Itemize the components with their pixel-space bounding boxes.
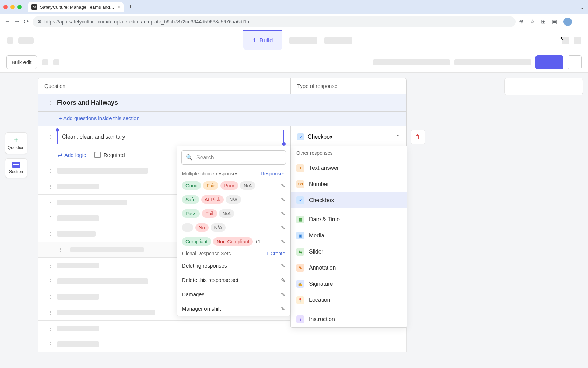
response-type-signature[interactable]: ✍Signature: [291, 276, 407, 292]
primary-action-button[interactable]: [536, 55, 564, 69]
drag-handle-icon[interactable]: ⋮⋮: [58, 247, 65, 252]
browser-tab[interactable]: sc SafetyCulture: Manage Teams and… ×: [28, 2, 124, 12]
grs-item[interactable]: Manager on shift✎: [177, 301, 290, 316]
media-icon: ▣: [296, 232, 304, 239]
section-title[interactable]: Floors and Hallways: [57, 99, 118, 106]
url-input[interactable]: ⚙ https://app.safetyculture.com/template…: [33, 16, 516, 27]
profile-avatar[interactable]: [564, 18, 572, 26]
bulk-edit-button[interactable]: Bulk edit: [6, 55, 37, 69]
response-type-selector[interactable]: ✓ Checkbox ⌃: [291, 126, 406, 148]
site-settings-icon[interactable]: ⚙: [37, 19, 42, 24]
edit-icon[interactable]: ✎: [281, 239, 285, 244]
toolbar-placeholder: [454, 59, 531, 65]
zoom-icon[interactable]: ⊕: [519, 18, 524, 25]
grs-item[interactable]: Deleting responses✎: [177, 258, 290, 273]
required-toggle[interactable]: Required: [94, 152, 125, 158]
search-input[interactable]: 🔍 Search: [181, 150, 286, 165]
drag-handle-icon[interactable]: ⋮⋮: [44, 231, 52, 237]
tabs-dropdown-icon[interactable]: ⌄: [580, 4, 584, 11]
drag-handle-icon[interactable]: ⋮⋮: [44, 294, 52, 300]
response-type-number[interactable]: 123Number: [291, 176, 407, 192]
edit-icon[interactable]: ✎: [281, 197, 285, 202]
text-icon: T: [296, 164, 304, 172]
question-row-active: ⋮⋮ Clean, clear, and sanitary ✓ Checkbox…: [38, 126, 407, 148]
response-type-label: Number: [309, 181, 329, 187]
forward-button[interactable]: →: [14, 18, 20, 25]
drag-handle-icon[interactable]: ⋮⋮: [44, 100, 52, 106]
text-placeholder: [57, 215, 99, 221]
response-pill: Fail: [202, 209, 217, 218]
response-pill: Safe: [182, 195, 199, 204]
close-window-icon[interactable]: [4, 5, 8, 9]
add-responses-link[interactable]: + Responses: [257, 171, 285, 176]
add-section-tool[interactable]: Section: [5, 158, 27, 178]
tab-placeholder: [324, 37, 352, 44]
add-logic-button[interactable]: ⇄ Add logic: [58, 152, 86, 158]
edit-icon[interactable]: ✎: [281, 277, 285, 283]
response-type-label: Instruction: [309, 316, 335, 322]
response-pill: Compliant: [182, 237, 211, 246]
edit-icon[interactable]: ✎: [281, 263, 285, 269]
section-row[interactable]: ⋮⋮ Floors and Hallways: [38, 94, 407, 112]
response-type-text[interactable]: TText answer: [291, 160, 407, 176]
response-type-media[interactable]: ▣Media: [291, 228, 407, 244]
text-placeholder: [57, 278, 148, 284]
drag-handle-icon[interactable]: ⋮⋮: [44, 184, 52, 189]
delete-question-button[interactable]: 🗑: [411, 130, 425, 144]
drag-handle-icon[interactable]: ⋮⋮: [44, 200, 52, 205]
edit-icon[interactable]: ✎: [281, 306, 285, 312]
grs-item[interactable]: Delete this response set✎: [177, 273, 290, 287]
edit-icon[interactable]: ✎: [281, 211, 285, 216]
response-type-annotation[interactable]: ✎Annotation: [291, 260, 407, 276]
window-controls[interactable]: [4, 5, 22, 9]
drag-handle-icon[interactable]: ⋮⋮: [44, 263, 52, 268]
favicon-icon: sc: [31, 4, 37, 10]
mc-response-option[interactable]: PassFailN/A✎: [177, 207, 290, 221]
drag-handle-icon[interactable]: ⋮⋮: [44, 168, 52, 174]
response-type-checkbox[interactable]: ✓Checkbox: [291, 192, 407, 208]
response-type-instruction[interactable]: iInstruction: [291, 311, 407, 327]
grs-item[interactable]: Damages✎: [177, 287, 290, 301]
reload-button[interactable]: ⟳: [24, 18, 29, 26]
drag-handle-icon[interactable]: ⋮⋮: [44, 278, 52, 284]
add-question-tool[interactable]: + Question: [5, 132, 27, 154]
edit-icon[interactable]: ✎: [281, 183, 285, 188]
mc-response-option[interactable]: GoodFairPoorN/A✎: [177, 179, 290, 193]
drag-handle-icon[interactable]: ⋮⋮: [44, 341, 52, 347]
response-type-slider[interactable]: ⇆Slider: [291, 244, 407, 260]
text-placeholder: [70, 247, 144, 252]
response-pill: [182, 223, 193, 232]
back-button[interactable]: ←: [4, 18, 10, 25]
extensions-icon[interactable]: ⊞: [541, 18, 546, 25]
secondary-action-button[interactable]: [568, 55, 582, 69]
create-grs-link[interactable]: + Create: [266, 251, 285, 256]
response-pill: N/A: [226, 195, 241, 204]
maximize-window-icon[interactable]: [18, 5, 22, 9]
drag-handle-icon[interactable]: ⋮⋮: [44, 310, 52, 315]
drag-handle-icon[interactable]: ⋮⋮: [44, 326, 52, 331]
response-pill: Fair: [203, 181, 218, 190]
sidepanel-icon[interactable]: ▣: [552, 18, 557, 25]
response-pill: N/A: [219, 209, 234, 218]
add-questions-link[interactable]: + Add questions inside this section: [38, 112, 407, 126]
bookmark-icon[interactable]: ☆: [530, 18, 535, 25]
response-type-date[interactable]: ▦Date & Time: [291, 211, 407, 228]
close-tab-icon[interactable]: ×: [117, 4, 120, 10]
response-type-location[interactable]: 📍Location: [291, 292, 407, 308]
response-pill: Poor: [220, 181, 238, 190]
instruction-icon: i: [296, 315, 304, 323]
drag-handle-icon[interactable]: ⋮⋮: [44, 134, 52, 140]
question-input[interactable]: Clean, clear, and sanitary: [57, 130, 284, 144]
mc-response-option[interactable]: CompliantNon-Compliant+1✎: [177, 235, 290, 249]
new-tab-button[interactable]: +: [128, 4, 132, 11]
tab-build[interactable]: 1. Build: [243, 30, 283, 50]
toolbar: Bulk edit: [0, 52, 588, 73]
edit-icon[interactable]: ✎: [281, 292, 285, 297]
minimize-window-icon[interactable]: [10, 5, 15, 9]
mc-response-option[interactable]: SafeAt RiskN/A✎: [177, 193, 290, 207]
response-pill: N/A: [211, 223, 226, 232]
edit-icon[interactable]: ✎: [281, 225, 285, 230]
mc-response-option[interactable]: NoN/A✎: [177, 221, 290, 235]
chrome-menu-icon[interactable]: ⋮: [578, 18, 584, 25]
drag-handle-icon[interactable]: ⋮⋮: [44, 215, 52, 221]
